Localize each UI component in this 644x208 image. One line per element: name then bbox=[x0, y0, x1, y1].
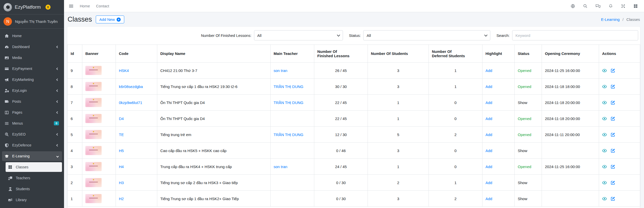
arrow-up-circle-icon[interactable] bbox=[45, 5, 51, 10]
finished-lessons-cell: 26 / 45 bbox=[314, 63, 368, 79]
breadcrumb: E-Learning / Classes bbox=[601, 17, 640, 22]
topnav-contact-link[interactable]: Contact bbox=[96, 4, 109, 8]
edit-class-button[interactable] bbox=[610, 164, 615, 169]
edit-class-button[interactable] bbox=[610, 116, 615, 121]
class-code-link[interactable]: k6r08sezdgba bbox=[119, 84, 143, 89]
finished-lessons-cell: 22 / 45 bbox=[314, 95, 368, 111]
finished-lessons-select[interactable]: All bbox=[254, 30, 343, 40]
class-banner-image bbox=[85, 114, 102, 123]
edit-class-button[interactable] bbox=[610, 132, 615, 137]
class-code-link[interactable]: H2 bbox=[119, 197, 124, 201]
comments-icon[interactable] bbox=[595, 4, 601, 8]
image-icon bbox=[5, 56, 12, 60]
view-class-button[interactable] bbox=[602, 84, 607, 89]
globe-icon[interactable] bbox=[571, 4, 575, 8]
sidebar-item-ezypayment[interactable]: EzyPayment bbox=[2, 64, 62, 73]
sidebar-nav: HomeDashboardMediaEzyPaymentEzyMarketing… bbox=[0, 29, 64, 208]
search-icon[interactable] bbox=[583, 4, 588, 8]
sidebar-item-students[interactable]: Students bbox=[6, 184, 62, 194]
credit-card-icon bbox=[5, 67, 12, 71]
filters-bar: Number Of Finished Lessons: All Status: … bbox=[67, 27, 640, 44]
breadcrumb-current: Classes bbox=[626, 17, 640, 22]
status-label: Status: bbox=[349, 33, 361, 38]
deferred-students-cell: 0 bbox=[429, 95, 482, 111]
main-teacher-cell bbox=[271, 191, 314, 207]
highlight-add-link[interactable]: Add bbox=[485, 116, 492, 121]
highlight-add-link[interactable]: Add bbox=[485, 84, 492, 89]
edit-class-button[interactable] bbox=[610, 180, 615, 185]
status-cell: Opened bbox=[515, 79, 542, 95]
view-class-button[interactable] bbox=[602, 148, 607, 153]
highlight-add-link[interactable]: Add bbox=[485, 181, 492, 185]
status-cell: Show bbox=[515, 143, 542, 159]
breadcrumb-parent-link[interactable]: E-Learning bbox=[601, 17, 620, 22]
sidebar-item-pages[interactable]: Pages bbox=[2, 108, 62, 117]
topnav-home-link[interactable]: Home bbox=[80, 4, 90, 8]
class-code-link[interactable]: HSK4 bbox=[119, 68, 129, 73]
edit-class-button[interactable] bbox=[610, 68, 615, 73]
deferred-students-cell: 2 bbox=[429, 127, 482, 143]
edit-class-button[interactable] bbox=[610, 196, 615, 201]
sidebar-item-media[interactable]: Media bbox=[2, 53, 62, 63]
class-code-link[interactable]: 0kzp9w6lut71 bbox=[119, 100, 142, 105]
search-input[interactable] bbox=[512, 30, 638, 40]
sidebar-item-classes[interactable]: Classes bbox=[6, 162, 62, 172]
top-navbar: Home Contact bbox=[64, 0, 644, 12]
table-body: 9HSK4CH412 21:00 Thứ 3-7son tran26 / 453… bbox=[68, 63, 640, 207]
bell-icon[interactable] bbox=[608, 4, 613, 8]
class-code-link[interactable]: H3 bbox=[119, 181, 124, 185]
sidebar-menu: HomeDashboardMediaEzyPaymentEzyMarketing… bbox=[2, 31, 62, 205]
user-panel[interactable]: N Nguyễn Thị Thanh Tuyền bbox=[0, 14, 64, 29]
edit-class-button[interactable] bbox=[610, 100, 615, 105]
main-teacher-link[interactable]: son tran bbox=[274, 165, 287, 169]
main-teacher-link[interactable]: son tran bbox=[274, 68, 287, 73]
menus-count-badge: 0 bbox=[54, 121, 59, 125]
class-id: 4 bbox=[68, 143, 82, 159]
view-class-button[interactable] bbox=[602, 68, 607, 73]
status-select[interactable]: All bbox=[363, 30, 490, 40]
topbar-icons bbox=[571, 4, 639, 8]
menu-toggle-icon[interactable] bbox=[69, 4, 74, 9]
view-class-button[interactable] bbox=[602, 116, 607, 121]
view-class-button[interactable] bbox=[602, 164, 607, 169]
view-class-button[interactable] bbox=[602, 196, 607, 201]
view-class-button[interactable] bbox=[602, 100, 607, 105]
sidebar-item-teachers[interactable]: Teachers bbox=[6, 173, 62, 183]
grid-large-icon[interactable] bbox=[633, 4, 638, 8]
highlight-add-link[interactable]: Add bbox=[485, 148, 492, 153]
deferred-students-cell: 1 bbox=[429, 175, 482, 191]
main-teacher-link[interactable]: TRẦN THỊ DUNG bbox=[274, 84, 303, 89]
main-teacher-link[interactable]: TRẦN THỊ DUNG bbox=[274, 100, 303, 105]
class-code-link[interactable]: D4 bbox=[119, 116, 124, 121]
sidebar-item-dashboard[interactable]: Dashboard bbox=[2, 42, 62, 52]
sidebar-item-ezydefence[interactable]: EzyDefence bbox=[2, 140, 62, 150]
sidebar-item-posts[interactable]: Posts bbox=[2, 97, 62, 106]
class-code-link[interactable]: H4 bbox=[119, 165, 124, 169]
sidebar-item-menus[interactable]: Menus0 bbox=[2, 118, 62, 128]
view-class-button[interactable] bbox=[602, 132, 607, 137]
sidebar-item-home[interactable]: Home bbox=[2, 31, 62, 41]
highlight-add-link[interactable]: Add bbox=[485, 132, 492, 137]
highlight-add-link[interactable]: Add bbox=[485, 197, 492, 201]
sidebar-item-library[interactable]: Library bbox=[6, 195, 62, 205]
deferred-students-cell: 0 bbox=[429, 111, 482, 127]
brand-bar[interactable]: EzyPlatform bbox=[0, 0, 64, 14]
class-code-link[interactable]: H5 bbox=[119, 148, 124, 153]
chevron-left-icon bbox=[56, 144, 59, 146]
edit-class-button[interactable] bbox=[610, 148, 615, 153]
sidebar-item-ezyseo[interactable]: EzySEO bbox=[2, 129, 62, 139]
opening-ceremony-cell: 2024-11-18 20:00:00 bbox=[542, 111, 599, 127]
view-class-button[interactable] bbox=[602, 180, 607, 185]
fullscreen-icon[interactable] bbox=[621, 4, 625, 8]
highlight-add-link[interactable]: Add bbox=[485, 68, 492, 73]
sidebar-item-ezylogin[interactable]: EzyLogin bbox=[2, 86, 62, 95]
add-new-button[interactable]: Add New + bbox=[96, 16, 124, 23]
highlight-add-link[interactable]: Add bbox=[485, 165, 492, 169]
highlight-add-link[interactable]: Add bbox=[485, 100, 492, 105]
sidebar-item-e-learning[interactable]: E-Learning bbox=[2, 151, 62, 161]
main-teacher-link[interactable]: TRẦN THỊ DUNG bbox=[274, 132, 303, 137]
class-code-link[interactable]: TE bbox=[119, 132, 124, 137]
sidebar-item-ezymarketing[interactable]: EzyMarketing bbox=[2, 75, 62, 84]
edit-class-button[interactable] bbox=[610, 84, 615, 89]
chalkboard-teacher-icon bbox=[8, 176, 16, 180]
